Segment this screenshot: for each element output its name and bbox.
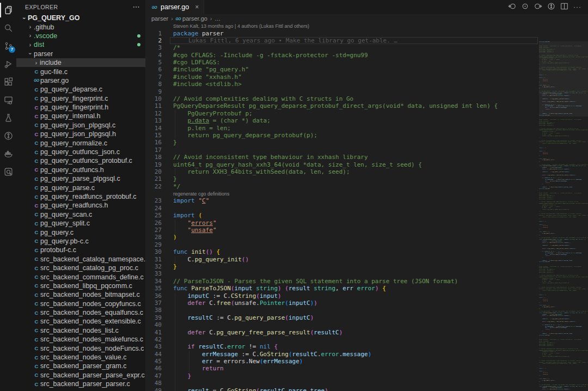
code-line-40[interactable]: 40 (146, 321, 539, 328)
tree-row-pg-query-readfuncs-h[interactable]: Cpg_query_readfuncs.h (16, 201, 145, 210)
code-line-9[interactable]: 9 (146, 88, 539, 95)
code-line-30[interactable]: 30func init() { (146, 248, 539, 255)
activity-gitlens-icon[interactable] (0, 127, 16, 145)
code-line-25[interactable]: 25import ( (146, 212, 539, 219)
tree-row-pg-query-outfuncs-protobuf-c[interactable]: Cpg_query_outfuncs_protobuf.c (16, 156, 145, 165)
tree-row-parser-go[interactable]: GOparser.go (16, 76, 145, 85)
code-line-15[interactable]: 15 return pg_query_deparse_protobuf(p); (146, 132, 539, 139)
activity-extensions-icon[interactable] (0, 73, 16, 91)
code-line-10[interactable]: 10// Avoid complexities dealing with C s… (146, 95, 539, 102)
code-line-29[interactable]: 29 (146, 241, 539, 248)
next-change-icon[interactable] (534, 2, 542, 13)
tree-row-src-backend-nodes-bitmapset-c[interactable]: Csrc_backend_nodes_bitmapset.c (16, 290, 145, 299)
tree-row-pg-query-json-plpgsql-h[interactable]: Cpg_query_json_plpgsql.h (16, 130, 145, 138)
code-line-20[interactable]: 20 return XXH3_64bits_withSeed(data, len… (146, 168, 539, 175)
code-line-21[interactable]: 21} (146, 175, 539, 182)
code-line-26[interactable]: 26 "errors" (146, 219, 539, 227)
activity-explorer-icon[interactable] (0, 1, 16, 19)
tree-row-src-backend-commands-define-c[interactable]: Csrc_backend_commands_define.c (16, 272, 145, 281)
tree-row-src-backend-libpq-pqcomm-c[interactable]: Csrc_backend_libpq_pqcomm.c (16, 282, 145, 290)
code-line-6[interactable]: 6#include "pg_query.h" (146, 66, 539, 73)
breadcrumb-item[interactable]: GOparser.go (176, 15, 207, 22)
code-line-35[interactable]: 35func ParseToJSON(input string) (result… (146, 285, 539, 292)
code-line-8[interactable]: 8#include <stdlib.h> (146, 81, 539, 88)
more-actions-icon[interactable]: ··· (573, 3, 581, 11)
activity-search-icon[interactable] (0, 19, 16, 37)
code-line-49[interactable]: 49 result = C.GoString(resultC.parse_tre… (146, 387, 539, 391)
tab-parser-go[interactable]: GO parser.go × (146, 0, 204, 14)
tree-row-pg-query-internal-h[interactable]: Cpg_query_internal.h (16, 112, 145, 120)
tree-row-src-backend-catalog-namespace-c[interactable]: Csrc_backend_catalog_namespace.c (16, 255, 145, 264)
code-line-3[interactable]: 3/* (146, 44, 539, 51)
activity-testing-icon[interactable] (0, 109, 16, 127)
code-line-45[interactable]: 45 err = errors.New(errMessage) (146, 358, 539, 365)
tree-row-protobuf-c-c[interactable]: Cprotobuf-c.c (16, 246, 145, 254)
tree-row-pg-query-deparse-c[interactable]: Cpg_query_deparse.c (16, 85, 145, 94)
code-line-11[interactable]: 11PgQueryDeparseResult pg_query_deparse_… (146, 102, 539, 109)
code-line-13[interactable]: 13 p.data = (char *) data; (146, 117, 539, 124)
tree-row-src-backend-nodes-list-c[interactable]: Csrc_backend_nodes_list.c (16, 326, 145, 335)
tree-row-src-backend-parser-parse-expr-c[interactable]: Csrc_backend_parser_parse_expr.c (16, 371, 145, 380)
activity-docker-icon[interactable] (0, 145, 16, 163)
code-line-7[interactable]: 7#include "xxhash.h" (146, 74, 539, 81)
code-line-32[interactable]: 32} (146, 263, 539, 270)
activity-run-debug-icon[interactable] (0, 55, 16, 73)
tree-row-pg-query-readfuncs-protobuf-c[interactable]: Cpg_query_readfuncs_protobuf.c (16, 192, 145, 201)
code-line-17[interactable]: 17 (146, 146, 539, 154)
code-line-27[interactable]: 27 "unsafe" (146, 227, 539, 234)
code-line-19[interactable]: 19uint64_t pg_query_hash_xxh3_64(void *d… (146, 161, 539, 168)
activity-source-control-icon[interactable]: 7 (0, 37, 16, 55)
code-line-39[interactable]: 39 resultC := C.pg_query_parse(inputC) (146, 314, 539, 321)
tree-row-src-backend-nodes-makefuncs-c[interactable]: Csrc_backend_nodes_makefuncs.c (16, 335, 145, 344)
tree-row-pg-query-outfuncs-json-c[interactable]: Cpg_query_outfuncs_json.c (16, 148, 145, 156)
code-line-1[interactable]: 1package parser (146, 30, 539, 37)
code-line-48[interactable]: 48 (146, 380, 539, 387)
tree-row--vscode[interactable]: ›.vscode (16, 32, 145, 40)
tree-row-pg-query-parse-c[interactable]: Cpg_query_parse.c (16, 183, 145, 192)
code-line-18[interactable]: 18// Avoid inconsistent type behaviour i… (146, 154, 539, 161)
activity-remote-explorer-icon[interactable] (0, 91, 16, 109)
tree-row-pg-query-split-c[interactable]: Cpg_query_split.c (16, 219, 145, 228)
tree-row-src-backend-catalog-pg-proc-c[interactable]: Csrc_backend_catalog_pg_proc.c (16, 264, 145, 272)
code-line-47[interactable]: 47 } (146, 372, 539, 380)
tree-root-folder[interactable]: › PG_QUERY_GO (16, 14, 145, 22)
tree-row-src-backend-nodes-extensible-c[interactable]: Csrc_backend_nodes_extensible.c (16, 317, 145, 326)
breadcrumb-item[interactable]: parser (151, 15, 168, 22)
code-line-12[interactable]: 12 PgQueryProtobuf p; (146, 110, 539, 117)
code-line-41[interactable]: 41 defer C.pg_query_free_parse_result(re… (146, 329, 539, 336)
code-line-4[interactable]: 4#cgo CFLAGS: -Iinclude -g -fstack-prote… (146, 52, 539, 59)
tree-row-src-backend-nodes-nodefuncs-c[interactable]: Csrc_backend_nodes_nodeFuncs.c (16, 344, 145, 352)
tree-row-pg-query-normalize-c[interactable]: Cpg_query_normalize.c (16, 138, 145, 147)
activity-github-actions-icon[interactable] (0, 163, 16, 181)
tree-row-pg-query-parse-plpgsql-c[interactable]: Cpg_query_parse_plpgsql.c (16, 174, 145, 183)
tree-row-src-backend-parser-parser-c[interactable]: Csrc_backend_parser_parser.c (16, 380, 145, 388)
tree-row-dist[interactable]: ›dist (16, 40, 145, 49)
code-editor[interactable]: Steven Kalt, 13 months ago | 4 authors (… (146, 23, 588, 391)
code-line-37[interactable]: 37 defer C.free(unsafe.Pointer(inputC)) (146, 300, 539, 307)
code-line-43[interactable]: 43 if resultC.error != nil { (146, 343, 539, 350)
tree-row-pg-query-json-plpgsql-c[interactable]: Cpg_query_json_plpgsql.c (16, 121, 145, 130)
previous-change-icon[interactable] (508, 2, 516, 13)
tree-row-parser[interactable]: ›parser (16, 50, 145, 58)
tree-row-pg-query-fingerprint-c[interactable]: Cpg_query_fingerprint.c (16, 94, 145, 103)
minimap[interactable]: package parser/*#cgo CFLAGS: -Iinclude -… (539, 41, 588, 391)
tree-row-src-backend-nodes-copyfuncs-c[interactable]: Csrc_backend_nodes_copyfuncs.c (16, 300, 145, 308)
tree-row-src-backend-nodes-value-c[interactable]: Csrc_backend_nodes_value.c (16, 353, 145, 362)
code-line-5[interactable]: 5#cgo LDFLAGS: (146, 59, 539, 66)
tree-row-pg-query-scan-c[interactable]: Cpg_query_scan.c (16, 210, 145, 219)
code-line-34[interactable]: 34// ParseToJSON - Parses the given SQL … (146, 278, 539, 285)
tree-row-pg-query-fingerprint-h[interactable]: Cpg_query_fingerprint.h (16, 103, 145, 112)
change-icon[interactable] (521, 2, 529, 13)
code-line-16[interactable]: 16} (146, 139, 539, 146)
tree-row-pg-query-c[interactable]: Cpg_query.c (16, 228, 145, 236)
code-line-23[interactable]: 23import "C" (146, 197, 539, 204)
code-line-31[interactable]: 31 C.pg_query_init() (146, 256, 539, 263)
code-line-22[interactable]: 22*/ (146, 183, 539, 190)
code-line-33[interactable]: 33 (146, 270, 539, 277)
code-line-38[interactable]: 38 (146, 307, 539, 314)
code-line-2[interactable]: 2Lukas Fittl, 6 years ago • Make the lib… (146, 37, 539, 44)
code-line-24[interactable]: 24 (146, 205, 539, 212)
tree-row--github[interactable]: ›.github (16, 22, 145, 31)
tree-row-pg-query-pb-c-c[interactable]: Cpg_query.pb-c.c (16, 237, 145, 246)
tree-row-guc-file-c[interactable]: Cguc-file.c (16, 67, 145, 76)
